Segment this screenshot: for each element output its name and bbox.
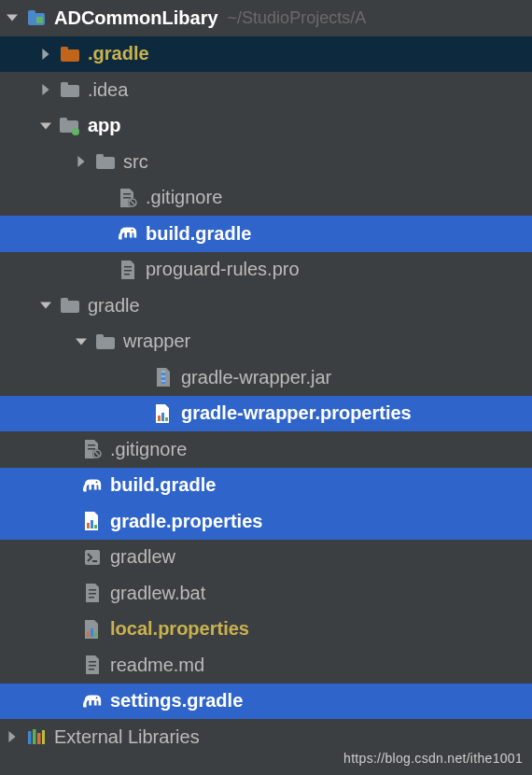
file-ignore-icon (118, 188, 138, 208)
tree-row[interactable]: .gradle (0, 36, 532, 73)
file-ignore-icon (82, 439, 103, 459)
tree-row[interactable]: settings.gradle (0, 683, 532, 720)
tree-row[interactable]: .idea (0, 72, 532, 108)
svg-rect-30 (161, 413, 164, 421)
svg-rect-49 (89, 661, 96, 663)
folder-dot-icon (60, 116, 80, 136)
svg-rect-20 (124, 274, 130, 275)
svg-rect-31 (165, 417, 168, 421)
svg-rect-39 (91, 520, 93, 528)
libs-icon (26, 726, 47, 747)
elephant-icon (118, 223, 138, 244)
tree-row[interactable]: gradlew (0, 540, 532, 576)
file-icon (82, 583, 103, 603)
tree-item-label: gradle-wrapper.jar (181, 367, 331, 388)
elephant-icon (82, 475, 103, 496)
tree-row[interactable]: gradle-wrapper.properties (0, 396, 532, 432)
tree-row[interactable]: gradlew.bat (0, 575, 532, 612)
tree-item-label: wrapper (123, 331, 190, 352)
tree-item-label: local.properties (110, 618, 249, 640)
svg-rect-43 (89, 589, 96, 591)
tree-row[interactable]: gradle (0, 288, 532, 324)
tree-item-label: .gitignore (110, 439, 187, 460)
tree-item-label: gradlew.bat (110, 583, 205, 604)
svg-rect-48 (94, 633, 97, 637)
svg-rect-32 (88, 444, 95, 446)
chevron-down-icon[interactable] (37, 120, 54, 132)
chevron-right-icon[interactable] (73, 156, 90, 167)
tree-item-label: readme.md (110, 655, 204, 676)
svg-rect-12 (123, 193, 131, 195)
svg-rect-19 (124, 270, 132, 272)
tree-row[interactable]: gradle.properties (0, 503, 532, 540)
svg-rect-6 (61, 82, 68, 87)
svg-rect-38 (87, 523, 90, 528)
svg-rect-2 (36, 17, 43, 23)
svg-rect-51 (89, 669, 94, 670)
tree-row[interactable]: build.gradle (0, 216, 532, 252)
svg-rect-44 (89, 593, 96, 595)
tree-row[interactable]: build.gradle (0, 468, 532, 504)
tree-item-label: proguard-rules.pro (146, 259, 300, 280)
svg-rect-24 (96, 334, 104, 339)
svg-rect-50 (89, 665, 96, 667)
folder-gray-icon (60, 79, 80, 100)
chevron-down-icon[interactable] (73, 336, 90, 347)
tree-row[interactable]: gradle-wrapper.jar (0, 359, 532, 396)
svg-rect-4 (61, 47, 68, 51)
file-icon (82, 655, 103, 675)
tree-row[interactable]: local.properties (0, 612, 532, 648)
svg-rect-55 (37, 733, 41, 744)
props-icon (82, 511, 103, 531)
tree-item-label: .idea (88, 79, 128, 101)
file-icon (118, 260, 138, 280)
folder-gray-icon (95, 331, 116, 352)
svg-point-52 (96, 697, 98, 698)
tree-item-label: app (88, 115, 121, 136)
props-icon (153, 403, 174, 424)
folder-gray-icon (95, 151, 116, 172)
svg-point-37 (96, 481, 98, 483)
tree-row[interactable]: External Libraries (0, 719, 532, 755)
folder-gray-icon (60, 295, 80, 316)
svg-rect-18 (124, 266, 132, 268)
tree-item-label: settings.gradle (110, 690, 243, 712)
svg-rect-1 (28, 10, 35, 15)
svg-rect-8 (60, 118, 67, 122)
chevron-right-icon[interactable] (4, 731, 21, 742)
project-tree: ADCommonLibary~/StudioProjects/A.gradle.… (0, 0, 532, 755)
tree-row[interactable]: app (0, 108, 532, 145)
svg-rect-54 (33, 729, 36, 744)
tree-row[interactable]: src (0, 144, 532, 180)
svg-rect-29 (158, 416, 161, 421)
tree-row[interactable]: .gitignore (0, 180, 532, 217)
svg-rect-33 (88, 448, 95, 450)
chevron-right-icon[interactable] (37, 49, 54, 60)
svg-rect-56 (42, 730, 45, 744)
chevron-down-icon[interactable] (37, 300, 54, 311)
svg-rect-47 (91, 628, 93, 637)
tree-row[interactable]: proguard-rules.pro (0, 252, 532, 289)
tree-item-label: ADCommonLibary (54, 7, 218, 29)
tree-row[interactable]: wrapper (0, 324, 532, 360)
tree-row[interactable]: .gitignore (0, 431, 532, 468)
watermark: https://blog.csdn.net/ithe1001 (343, 751, 523, 766)
svg-rect-53 (28, 731, 32, 744)
chevron-right-icon[interactable] (37, 84, 54, 95)
tree-item-label: .gradle (88, 43, 149, 64)
shell-icon (82, 547, 103, 568)
tree-item-label: src (123, 151, 148, 173)
svg-rect-46 (87, 631, 90, 637)
tree-row[interactable]: readme.md (0, 647, 532, 683)
svg-rect-26 (161, 371, 165, 373)
project-icon (26, 7, 47, 28)
svg-rect-13 (123, 197, 131, 199)
path-hint: ~/StudioProjects/A (228, 8, 367, 28)
jar-icon (153, 367, 174, 388)
tree-item-label: .gitignore (146, 187, 222, 208)
tree-row[interactable]: ADCommonLibary~/StudioProjects/A (0, 0, 532, 36)
tree-item-label: gradlew (110, 546, 175, 568)
svg-rect-45 (89, 597, 94, 599)
chevron-down-icon[interactable] (4, 12, 21, 23)
svg-rect-22 (61, 298, 68, 303)
